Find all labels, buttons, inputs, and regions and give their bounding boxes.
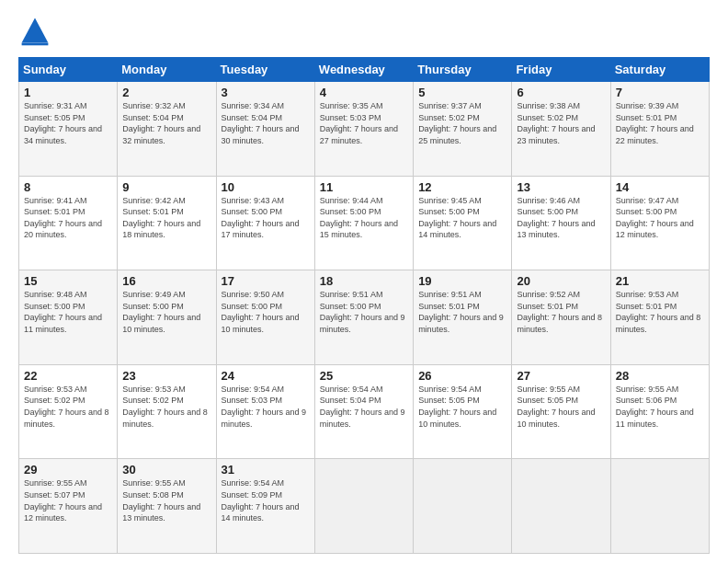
calendar-cell: 1Sunrise: 9:31 AM Sunset: 5:05 PM Daylig… <box>19 82 118 177</box>
day-number: 10 <box>222 180 310 194</box>
day-number: 22 <box>24 369 112 383</box>
calendar-cell: 18Sunrise: 9:51 AM Sunset: 5:00 PM Dayli… <box>314 270 413 365</box>
cell-info: Sunrise: 9:48 AM Sunset: 5:00 PM Dayligh… <box>24 289 112 335</box>
day-header-sunday: Sunday <box>19 58 118 82</box>
day-number: 16 <box>122 274 210 288</box>
calendar-cell <box>314 459 413 554</box>
cell-info: Sunrise: 9:54 AM Sunset: 5:05 PM Dayligh… <box>418 384 506 430</box>
day-number: 17 <box>222 274 310 288</box>
day-number: 21 <box>616 274 704 288</box>
calendar-cell: 2Sunrise: 9:32 AM Sunset: 5:04 PM Daylig… <box>118 82 216 177</box>
cell-info: Sunrise: 9:39 AM Sunset: 5:01 PM Dayligh… <box>616 100 704 146</box>
day-number: 29 <box>24 463 112 477</box>
calendar-cell: 4Sunrise: 9:35 AM Sunset: 5:03 PM Daylig… <box>314 82 413 177</box>
day-number: 11 <box>320 180 408 194</box>
page: SundayMondayTuesdayWednesdayThursdayFrid… <box>0 0 728 563</box>
day-number: 20 <box>517 274 605 288</box>
calendar-cell: 30Sunrise: 9:55 AM Sunset: 5:08 PM Dayli… <box>118 459 216 554</box>
cell-info: Sunrise: 9:54 AM Sunset: 5:04 PM Dayligh… <box>320 384 408 430</box>
day-number: 24 <box>222 369 310 383</box>
cell-info: Sunrise: 9:46 AM Sunset: 5:00 PM Dayligh… <box>517 195 605 241</box>
calendar-cell: 9Sunrise: 9:42 AM Sunset: 5:01 PM Daylig… <box>118 176 216 270</box>
day-header-friday: Friday <box>512 58 610 82</box>
cell-info: Sunrise: 9:53 AM Sunset: 5:02 PM Dayligh… <box>24 384 112 430</box>
cell-info: Sunrise: 9:37 AM Sunset: 5:02 PM Dayligh… <box>418 100 506 146</box>
day-number: 8 <box>24 180 112 194</box>
day-number: 27 <box>517 369 605 383</box>
day-number: 26 <box>418 369 506 383</box>
calendar-cell: 3Sunrise: 9:34 AM Sunset: 5:04 PM Daylig… <box>216 82 314 177</box>
day-header-wednesday: Wednesday <box>314 58 413 82</box>
cell-info: Sunrise: 9:55 AM Sunset: 5:07 PM Dayligh… <box>24 477 112 523</box>
calendar-cell: 26Sunrise: 9:54 AM Sunset: 5:05 PM Dayli… <box>414 364 512 459</box>
calendar-cell: 6Sunrise: 9:38 AM Sunset: 5:02 PM Daylig… <box>512 82 610 177</box>
calendar-cell: 19Sunrise: 9:51 AM Sunset: 5:01 PM Dayli… <box>414 270 512 365</box>
day-header-thursday: Thursday <box>414 58 512 82</box>
logo-icon <box>18 15 51 48</box>
cell-info: Sunrise: 9:32 AM Sunset: 5:04 PM Dayligh… <box>122 100 210 146</box>
calendar-cell: 24Sunrise: 9:54 AM Sunset: 5:03 PM Dayli… <box>216 364 314 459</box>
calendar-cell: 10Sunrise: 9:43 AM Sunset: 5:00 PM Dayli… <box>216 176 314 270</box>
cell-info: Sunrise: 9:49 AM Sunset: 5:00 PM Dayligh… <box>122 289 210 335</box>
cell-info: Sunrise: 9:52 AM Sunset: 5:01 PM Dayligh… <box>517 289 605 335</box>
calendar-week-2: 8Sunrise: 9:41 AM Sunset: 5:01 PM Daylig… <box>19 176 710 270</box>
cell-info: Sunrise: 9:53 AM Sunset: 5:01 PM Dayligh… <box>616 289 704 335</box>
calendar-cell: 8Sunrise: 9:41 AM Sunset: 5:01 PM Daylig… <box>19 176 118 270</box>
cell-info: Sunrise: 9:55 AM Sunset: 5:05 PM Dayligh… <box>517 384 605 430</box>
day-number: 5 <box>418 86 506 99</box>
calendar-cell: 15Sunrise: 9:48 AM Sunset: 5:00 PM Dayli… <box>19 270 118 365</box>
day-header-saturday: Saturday <box>610 58 709 82</box>
day-number: 6 <box>517 86 605 99</box>
cell-info: Sunrise: 9:54 AM Sunset: 5:03 PM Dayligh… <box>222 384 310 430</box>
cell-info: Sunrise: 9:41 AM Sunset: 5:01 PM Dayligh… <box>24 195 112 241</box>
cell-info: Sunrise: 9:43 AM Sunset: 5:00 PM Dayligh… <box>222 195 310 241</box>
calendar-cell: 28Sunrise: 9:55 AM Sunset: 5:06 PM Dayli… <box>610 364 709 459</box>
cell-info: Sunrise: 9:51 AM Sunset: 5:01 PM Dayligh… <box>418 289 506 335</box>
cell-info: Sunrise: 9:35 AM Sunset: 5:03 PM Dayligh… <box>320 100 408 146</box>
cell-info: Sunrise: 9:50 AM Sunset: 5:00 PM Dayligh… <box>222 289 310 335</box>
day-number: 9 <box>122 180 210 194</box>
calendar-cell: 29Sunrise: 9:55 AM Sunset: 5:07 PM Dayli… <box>19 459 118 554</box>
day-number: 4 <box>320 86 408 99</box>
cell-info: Sunrise: 9:51 AM Sunset: 5:00 PM Dayligh… <box>320 289 408 335</box>
day-header-monday: Monday <box>118 58 216 82</box>
calendar-cell <box>610 459 709 554</box>
calendar-cell: 21Sunrise: 9:53 AM Sunset: 5:01 PM Dayli… <box>610 270 709 365</box>
calendar-cell: 12Sunrise: 9:45 AM Sunset: 5:00 PM Dayli… <box>414 176 512 270</box>
day-number: 28 <box>616 369 704 383</box>
day-number: 12 <box>418 180 506 194</box>
day-number: 2 <box>122 86 210 99</box>
day-number: 13 <box>517 180 605 194</box>
cell-info: Sunrise: 9:47 AM Sunset: 5:00 PM Dayligh… <box>616 195 704 241</box>
svg-marker-0 <box>22 18 49 43</box>
calendar-cell: 23Sunrise: 9:53 AM Sunset: 5:02 PM Dayli… <box>118 364 216 459</box>
logo <box>18 15 55 48</box>
calendar-week-5: 29Sunrise: 9:55 AM Sunset: 5:07 PM Dayli… <box>19 459 710 554</box>
calendar-cell: 16Sunrise: 9:49 AM Sunset: 5:00 PM Dayli… <box>118 270 216 365</box>
cell-info: Sunrise: 9:38 AM Sunset: 5:02 PM Dayligh… <box>517 100 605 146</box>
calendar-cell: 17Sunrise: 9:50 AM Sunset: 5:00 PM Dayli… <box>216 270 314 365</box>
day-number: 25 <box>320 369 408 383</box>
calendar-week-3: 15Sunrise: 9:48 AM Sunset: 5:00 PM Dayli… <box>19 270 710 365</box>
day-number: 23 <box>122 369 210 383</box>
cell-info: Sunrise: 9:34 AM Sunset: 5:04 PM Dayligh… <box>222 100 310 146</box>
calendar-cell: 7Sunrise: 9:39 AM Sunset: 5:01 PM Daylig… <box>610 82 709 177</box>
header <box>18 15 710 48</box>
cell-info: Sunrise: 9:55 AM Sunset: 5:08 PM Dayligh… <box>122 477 210 523</box>
calendar-cell: 11Sunrise: 9:44 AM Sunset: 5:00 PM Dayli… <box>314 176 413 270</box>
cell-info: Sunrise: 9:44 AM Sunset: 5:00 PM Dayligh… <box>320 195 408 241</box>
cell-info: Sunrise: 9:54 AM Sunset: 5:09 PM Dayligh… <box>222 477 310 523</box>
calendar-cell: 22Sunrise: 9:53 AM Sunset: 5:02 PM Dayli… <box>19 364 118 459</box>
day-number: 18 <box>320 274 408 288</box>
day-number: 7 <box>616 86 704 99</box>
day-number: 15 <box>24 274 112 288</box>
calendar-cell: 5Sunrise: 9:37 AM Sunset: 5:02 PM Daylig… <box>414 82 512 177</box>
calendar-header-row: SundayMondayTuesdayWednesdayThursdayFrid… <box>19 58 710 82</box>
cell-info: Sunrise: 9:53 AM Sunset: 5:02 PM Dayligh… <box>122 384 210 430</box>
calendar-week-4: 22Sunrise: 9:53 AM Sunset: 5:02 PM Dayli… <box>19 364 710 459</box>
calendar-cell: 25Sunrise: 9:54 AM Sunset: 5:04 PM Dayli… <box>314 364 413 459</box>
cell-info: Sunrise: 9:31 AM Sunset: 5:05 PM Dayligh… <box>24 100 112 146</box>
calendar-table: SundayMondayTuesdayWednesdayThursdayFrid… <box>18 57 710 554</box>
calendar-cell: 13Sunrise: 9:46 AM Sunset: 5:00 PM Dayli… <box>512 176 610 270</box>
day-header-tuesday: Tuesday <box>216 58 314 82</box>
